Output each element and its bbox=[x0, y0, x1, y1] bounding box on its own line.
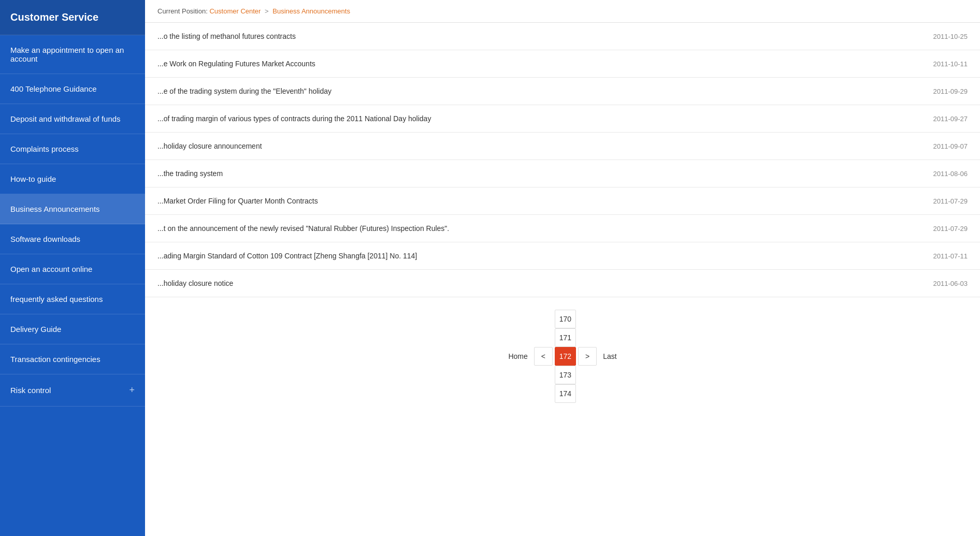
article-date-4: 2011-09-07 bbox=[933, 142, 968, 150]
sidebar-item-deposit-withdrawal[interactable]: Deposit and withdrawal of funds bbox=[0, 104, 145, 134]
article-row-4[interactable]: ...holiday closure announcement2011-09-0… bbox=[145, 133, 980, 160]
article-title-8: ...ading Margin Standard of Cotton 109 C… bbox=[157, 252, 923, 260]
article-title-0: ...o the listing of methanol futures con… bbox=[157, 32, 923, 40]
article-date-9: 2011-06-03 bbox=[933, 280, 968, 287]
article-title-9: ...holiday closure notice bbox=[157, 279, 923, 287]
page-btn-171[interactable]: 171 bbox=[555, 328, 576, 347]
article-row-8[interactable]: ...ading Margin Standard of Cotton 109 C… bbox=[145, 242, 980, 270]
sidebar-item-business-announcements[interactable]: Business Announcements bbox=[0, 194, 145, 224]
article-list: ...o the listing of methanol futures con… bbox=[145, 23, 980, 536]
sidebar-item-transaction-contingencies[interactable]: Transaction contingencies bbox=[0, 344, 145, 374]
sidebar-item-label-how-to-guide: How-to guide bbox=[10, 175, 56, 183]
article-title-4: ...holiday closure announcement bbox=[157, 142, 923, 150]
sidebar: Customer Service Make an appointment to … bbox=[0, 0, 145, 536]
sidebar-item-label-faq: frequently asked questions bbox=[10, 295, 103, 303]
article-date-1: 2011-10-11 bbox=[933, 60, 968, 68]
sidebar-item-risk-control[interactable]: Risk control+ bbox=[0, 374, 145, 407]
article-title-3: ...of trading margin of various types of… bbox=[157, 114, 923, 123]
breadcrumb-current[interactable]: Business Announcements bbox=[272, 7, 350, 15]
article-date-7: 2011-07-29 bbox=[933, 225, 968, 233]
sidebar-item-open-account-online[interactable]: Open an account online bbox=[0, 254, 145, 284]
article-date-3: 2011-09-27 bbox=[933, 115, 968, 123]
sidebar-item-label-open-account-online: Open an account online bbox=[10, 265, 92, 273]
sidebar-item-label-400-telephone: 400 Telephone Guidance bbox=[10, 84, 97, 93]
sidebar-item-complaints-process[interactable]: Complaints process bbox=[0, 134, 145, 164]
sidebar-item-how-to-guide[interactable]: How-to guide bbox=[0, 164, 145, 194]
page-btn-172[interactable]: 172 bbox=[555, 347, 576, 366]
page-buttons: 170171172173174 bbox=[555, 310, 576, 403]
article-row-2[interactable]: ...e of the trading system during the "E… bbox=[145, 78, 980, 105]
article-row-3[interactable]: ...of trading margin of various types of… bbox=[145, 105, 980, 133]
article-row-5[interactable]: ...the trading system2011-08-06 bbox=[145, 160, 980, 187]
sidebar-item-label-risk-control: Risk control bbox=[10, 386, 51, 395]
article-date-2: 2011-09-29 bbox=[933, 88, 968, 95]
sidebar-item-software-downloads[interactable]: Software downloads bbox=[0, 224, 145, 254]
article-title-2: ...e of the trading system during the "E… bbox=[157, 87, 923, 95]
sidebar-item-label-transaction-contingencies: Transaction contingencies bbox=[10, 355, 100, 364]
page-btn-170[interactable]: 170 bbox=[555, 310, 576, 328]
sidebar-item-delivery-guide[interactable]: Delivery Guide bbox=[0, 314, 145, 344]
article-title-6: ...Market Order Filing for Quarter Month… bbox=[157, 197, 923, 205]
page-btn-174[interactable]: 174 bbox=[555, 384, 576, 403]
breadcrumb-prefix: Current Position: bbox=[157, 7, 208, 15]
sidebar-item-label-software-downloads: Software downloads bbox=[10, 235, 80, 243]
sidebar-item-400-telephone[interactable]: 400 Telephone Guidance bbox=[0, 74, 145, 104]
breadcrumb: Current Position: Customer Center > Busi… bbox=[145, 0, 980, 23]
sidebar-item-label-make-appointment: Make an appointment to open an account bbox=[10, 46, 135, 63]
sidebar-item-label-business-announcements: Business Announcements bbox=[10, 205, 100, 213]
pagination-prev[interactable]: < bbox=[534, 347, 553, 366]
sidebar-item-label-complaints-process: Complaints process bbox=[10, 144, 79, 153]
breadcrumb-separator: > bbox=[265, 7, 269, 15]
article-row-1[interactable]: ...e Work on Regulating Futures Market A… bbox=[145, 50, 980, 78]
sidebar-header: Customer Service bbox=[0, 0, 145, 35]
article-row-9[interactable]: ...holiday closure notice2011-06-03 bbox=[145, 270, 980, 297]
article-row-0[interactable]: ...o the listing of methanol futures con… bbox=[145, 23, 980, 50]
breadcrumb-home[interactable]: Customer Center bbox=[209, 7, 261, 15]
article-title-5: ...the trading system bbox=[157, 169, 923, 178]
article-date-0: 2011-10-25 bbox=[933, 33, 968, 40]
page-btn-173[interactable]: 173 bbox=[555, 366, 576, 384]
pagination-last[interactable]: Last bbox=[599, 347, 621, 366]
sidebar-items: Make an appointment to open an account40… bbox=[0, 35, 145, 407]
plus-icon-risk-control: + bbox=[129, 385, 135, 396]
pagination-home[interactable]: Home bbox=[504, 347, 531, 366]
sidebar-item-faq[interactable]: frequently asked questions bbox=[0, 284, 145, 314]
pagination: Home < 170171172173174 > Last bbox=[145, 297, 980, 415]
sidebar-item-label-delivery-guide: Delivery Guide bbox=[10, 325, 61, 334]
pagination-next[interactable]: > bbox=[578, 347, 597, 366]
article-title-7: ...t on the announcement of the newly re… bbox=[157, 224, 923, 233]
article-date-6: 2011-07-29 bbox=[933, 197, 968, 205]
article-date-8: 2011-07-11 bbox=[933, 252, 968, 260]
main-content: Current Position: Customer Center > Busi… bbox=[145, 0, 980, 536]
article-date-5: 2011-08-06 bbox=[933, 170, 968, 178]
article-title-1: ...e Work on Regulating Futures Market A… bbox=[157, 60, 923, 68]
article-row-6[interactable]: ...Market Order Filing for Quarter Month… bbox=[145, 187, 980, 215]
sidebar-item-label-deposit-withdrawal: Deposit and withdrawal of funds bbox=[10, 114, 121, 123]
article-row-7[interactable]: ...t on the announcement of the newly re… bbox=[145, 215, 980, 242]
sidebar-item-make-appointment[interactable]: Make an appointment to open an account bbox=[0, 35, 145, 74]
articles-container: ...o the listing of methanol futures con… bbox=[145, 23, 980, 297]
